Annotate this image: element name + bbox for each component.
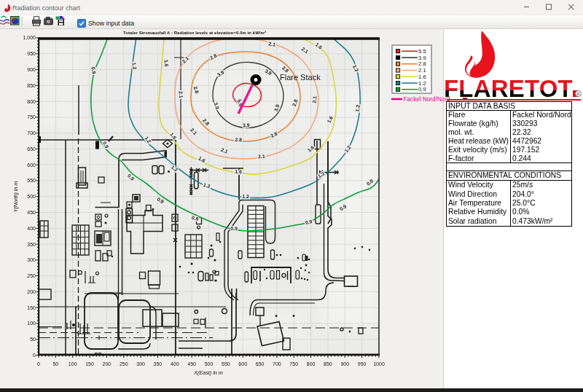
svg-text:300: 300 — [27, 257, 36, 262]
svg-text:1.6: 1.6 — [235, 169, 242, 175]
svg-text:100: 100 — [69, 361, 77, 366]
svg-text:Totaler Stromausfall A : Radia: Totaler Stromausfall A : Radiation level… — [123, 31, 266, 35]
svg-text:800: 800 — [27, 99, 36, 104]
svg-text:1.6: 1.6 — [163, 60, 169, 67]
svg-text:1.2: 1.2 — [242, 194, 249, 199]
svg-text:600: 600 — [238, 361, 247, 366]
svg-text:500: 500 — [205, 361, 214, 366]
svg-text:250: 250 — [120, 361, 128, 366]
svg-text:250: 250 — [27, 273, 36, 278]
svg-text:600: 600 — [27, 162, 36, 168]
svg-text:400: 400 — [27, 226, 36, 231]
svg-text:650: 650 — [27, 146, 36, 152]
svg-text:500: 500 — [27, 194, 36, 199]
svg-text:950: 950 — [358, 361, 367, 366]
svg-text:0.9: 0.9 — [418, 86, 426, 93]
svg-text:450: 450 — [27, 210, 36, 215]
svg-text:0: 0 — [33, 353, 36, 358]
svg-text:50: 50 — [52, 361, 58, 366]
svg-text:1.6: 1.6 — [418, 74, 426, 80]
svg-text:200: 200 — [103, 361, 111, 366]
svg-text:2.1: 2.1 — [418, 67, 426, 74]
svg-text:2.8: 2.8 — [235, 137, 242, 143]
svg-text:450: 450 — [187, 361, 196, 366]
svg-text:550: 550 — [27, 178, 36, 183]
svg-text:Flare Stack: Flare Stack — [280, 73, 321, 82]
svg-text:900: 900 — [27, 67, 36, 72]
svg-text:1,000: 1,000 — [23, 35, 36, 40]
svg-text:150: 150 — [85, 361, 94, 366]
svg-text:900: 900 — [340, 361, 349, 366]
svg-text:3.9: 3.9 — [418, 55, 426, 61]
svg-text:1.2: 1.2 — [418, 80, 426, 87]
svg-text:200: 200 — [27, 289, 36, 294]
svg-text:950: 950 — [27, 51, 36, 56]
svg-text:400: 400 — [171, 361, 179, 366]
svg-text:350: 350 — [154, 361, 163, 366]
svg-text:650: 650 — [256, 361, 265, 366]
svg-text:550: 550 — [222, 361, 230, 366]
svg-text:2.1: 2.1 — [268, 41, 276, 47]
svg-text:750: 750 — [27, 114, 36, 119]
svg-text:850: 850 — [27, 83, 36, 88]
svg-text:700: 700 — [273, 361, 281, 366]
svg-text:800: 800 — [307, 361, 316, 366]
svg-text:50: 50 — [30, 337, 36, 342]
svg-text:700: 700 — [27, 130, 36, 136]
svg-text:150: 150 — [27, 305, 36, 310]
svg-text:2.8: 2.8 — [418, 60, 426, 67]
svg-text:850: 850 — [324, 361, 332, 366]
svg-text:1000: 1000 — [373, 361, 385, 366]
svg-text:0.9: 0.9 — [230, 226, 238, 231]
svg-text:2.1: 2.1 — [179, 91, 184, 98]
svg-text:0: 0 — [37, 361, 40, 366]
svg-text:3.9: 3.9 — [243, 122, 250, 128]
svg-text:5.5: 5.5 — [418, 48, 427, 55]
svg-text:X(East) in m: X(East) in m — [193, 369, 223, 376]
svg-text:2.1: 2.1 — [258, 154, 265, 159]
svg-text:100: 100 — [27, 321, 36, 326]
svg-text:300: 300 — [136, 361, 145, 366]
svg-text:2.1: 2.1 — [311, 95, 317, 103]
svg-text:750: 750 — [289, 361, 298, 366]
svg-text:Y(North) in m: Y(North) in m — [12, 181, 19, 213]
svg-text:350: 350 — [27, 242, 36, 247]
